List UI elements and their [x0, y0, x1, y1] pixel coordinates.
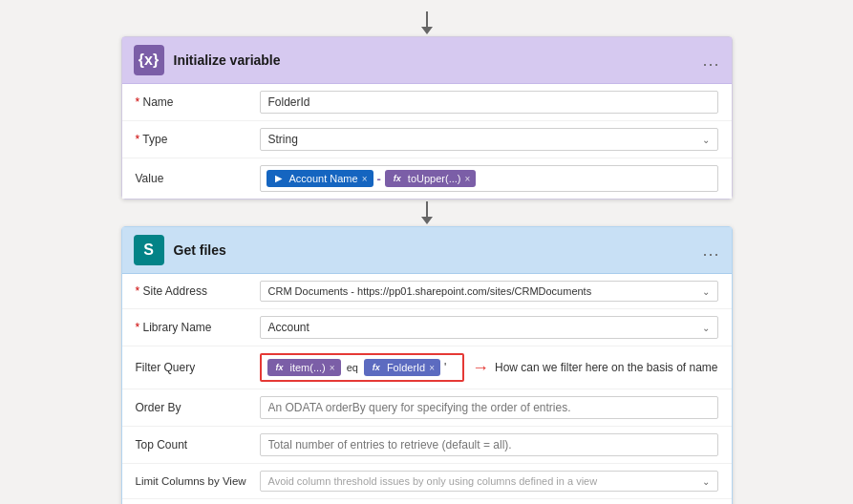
limit-columns-chevron-icon: ⌄ — [702, 476, 710, 487]
filter-query-row: Filter Query fx item(...) × eq fx — [122, 346, 732, 389]
toupper-token-remove[interactable]: × — [464, 174, 470, 184]
top-count-row: Top Count — [122, 427, 732, 464]
value-field-row: Value ▶ Account Name × - fx toUpper(...)… — [122, 158, 732, 199]
filter-query-label: Filter Query — [136, 361, 260, 374]
site-address-select[interactable]: CRM Documents - https://pp01.sharepoint.… — [260, 281, 718, 302]
top-count-label: Top Count — [136, 438, 260, 452]
order-by-label: Order By — [136, 401, 260, 414]
library-name-row: * Library Name Account ⌄ — [122, 309, 732, 346]
getfiles-card-more-menu[interactable]: ... — [702, 241, 719, 261]
get-files-card: S Get files ... * Site Address CRM Docum… — [121, 226, 733, 504]
item-token-remove[interactable]: × — [330, 363, 335, 373]
flow-container: {x} Initialize variable ... * Name * Typ… — [0, 10, 853, 504]
toupper-token[interactable]: fx toUpper(...) × — [385, 170, 476, 187]
limit-columns-row: Limit Columns by View Avoid column thres… — [122, 464, 732, 498]
type-field-row: * Type String ⌄ — [122, 121, 732, 158]
red-arrow-icon: → — [472, 358, 489, 378]
value-label: Value — [136, 172, 260, 185]
top-count-input[interactable] — [260, 433, 718, 456]
init-card-more-menu[interactable]: ... — [702, 51, 719, 71]
func-icon: fx — [391, 172, 404, 185]
init-card-icon: {x} — [134, 45, 164, 75]
site-address-chevron-icon: ⌄ — [702, 286, 710, 297]
filter-query-value: fx item(...) × eq fx FolderId × ' — [260, 353, 718, 382]
library-name-chevron-icon: ⌄ — [702, 323, 710, 333]
order-by-input[interactable] — [260, 396, 718, 419]
type-chevron-icon: ⌄ — [702, 135, 710, 145]
item-token[interactable]: fx item(...) × — [267, 359, 341, 376]
getfiles-card-title: Get files — [174, 242, 703, 258]
init-card-body: * Name * Type String ⌄ — [122, 84, 732, 199]
limit-columns-label: Limit Columns by View — [136, 475, 260, 487]
value-tokens[interactable]: ▶ Account Name × - fx toUpper(...) × — [260, 165, 718, 192]
getfiles-card-header: S Get files ... — [122, 227, 732, 274]
sharepoint-card-icon: S — [134, 235, 164, 265]
account-name-token-remove[interactable]: × — [362, 174, 368, 184]
func-icon-folderid: fx — [370, 361, 383, 374]
func-icon-item: fx — [273, 361, 287, 374]
dynamics-icon: ▶ — [272, 172, 286, 185]
account-name-token[interactable]: ▶ Account Name × — [267, 170, 373, 187]
folderid-token-remove[interactable]: × — [429, 363, 435, 373]
value-token-container[interactable]: ▶ Account Name × - fx toUpper(...) × — [260, 165, 718, 192]
initialize-variable-card: {x} Initialize variable ... * Name * Typ… — [121, 36, 733, 200]
init-card-header: {x} Initialize variable ... — [122, 37, 732, 84]
eq-token: eq — [347, 362, 358, 373]
site-address-row: * Site Address CRM Documents - https://p… — [122, 274, 732, 309]
library-name-select[interactable]: Account ⌄ — [260, 316, 718, 339]
library-name-label: * Library Name — [136, 321, 260, 334]
site-address-value[interactable]: CRM Documents - https://pp01.sharepoint.… — [260, 281, 718, 302]
hide-advanced-section: Hide advanced options ⌃ — [122, 498, 732, 504]
connector-arrow-middle — [421, 201, 433, 224]
name-input[interactable] — [260, 91, 718, 114]
getfiles-card-body: * Site Address CRM Documents - https://p… — [122, 274, 732, 498]
order-by-value[interactable] — [260, 396, 718, 419]
order-by-row: Order By — [122, 389, 732, 427]
type-select[interactable]: String ⌄ — [260, 128, 718, 151]
limit-columns-select[interactable]: Avoid column threshold issues by only us… — [260, 471, 718, 492]
token-separator: - — [377, 172, 381, 186]
init-card-title: Initialize variable — [174, 52, 703, 68]
top-count-value[interactable] — [260, 433, 718, 456]
type-label: * Type — [136, 133, 260, 146]
filter-token-box[interactable]: fx item(...) × eq fx FolderId × ' — [260, 353, 465, 382]
filter-query-wrapper: fx item(...) × eq fx FolderId × ' — [260, 353, 718, 382]
library-name-value[interactable]: Account ⌄ — [260, 316, 718, 339]
name-label: * Name — [136, 95, 260, 109]
name-value-container[interactable] — [260, 91, 718, 114]
name-field-row: * Name — [122, 84, 732, 121]
quote-char: ' — [444, 361, 446, 374]
site-address-label: * Site Address — [136, 284, 260, 298]
type-value-container[interactable]: String ⌄ — [260, 128, 718, 151]
filter-hint-label: → How can we filter here on the basis of… — [472, 358, 717, 378]
folderid-token[interactable]: fx FolderId × — [364, 359, 440, 376]
limit-columns-value[interactable]: Avoid column threshold issues by only us… — [260, 471, 718, 492]
connector-arrow-top — [421, 11, 433, 34]
